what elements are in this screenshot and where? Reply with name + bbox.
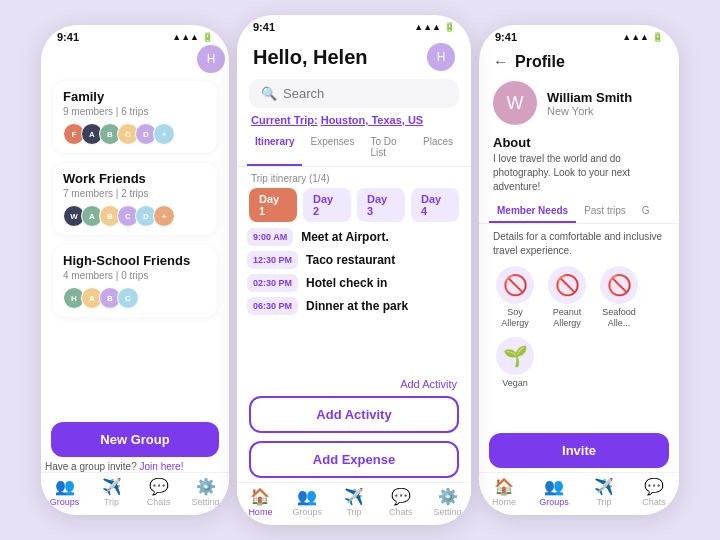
new-group-button[interactable]: New Group: [51, 422, 219, 457]
center-phone: 9:41 ▲▲▲ 🔋 Hello, Helen H 🔍 Current Trip…: [237, 15, 471, 525]
chats-icon: 💬: [149, 479, 169, 495]
nav-label: Trip: [596, 497, 611, 507]
search-bar[interactable]: 🔍: [249, 79, 459, 108]
profile-avatar: W: [493, 81, 537, 125]
groups-icon: 👥: [544, 479, 564, 495]
profile-user-row: W William Smith New York: [479, 75, 679, 131]
profile-header: ← Profile: [479, 45, 679, 75]
chats-icon: 💬: [644, 479, 664, 495]
time-badge: 12:30 PM: [247, 251, 298, 269]
avatar-stack: H A B C: [63, 287, 207, 309]
day-4-pill[interactable]: Day 4: [411, 188, 459, 222]
nav-setting[interactable]: ⚙️ Setting: [188, 479, 224, 507]
activity-1[interactable]: 9:00 AM Meet at Airport.: [247, 228, 461, 246]
profile-info: William Smith New York: [547, 90, 632, 117]
add-expense-button[interactable]: Add Expense: [249, 441, 459, 478]
group-highschool-friends[interactable]: High-School Friends 4 members | 0 trips …: [53, 245, 217, 317]
need-label: Vegan: [502, 378, 528, 389]
needs-grid: 🚫 Soy Allergy 🚫 Peanut Allergy 🚫 Seafood…: [479, 262, 679, 394]
bottom-nav-right: 🏠 Home 👥 Groups ✈️ Trip 💬 Chats: [479, 472, 679, 515]
center-avatar[interactable]: H: [427, 43, 455, 71]
nav-trip[interactable]: ✈️ Trip: [586, 479, 622, 507]
nav-chats[interactable]: 💬 Chats: [141, 479, 177, 507]
avatar: C: [117, 287, 139, 309]
day-1-pill[interactable]: Day 1: [249, 188, 297, 222]
nav-groups[interactable]: 👥 Groups: [47, 479, 83, 507]
nav-home[interactable]: 🏠 Home: [242, 489, 278, 517]
sub-tab-member-needs[interactable]: Member Needs: [489, 200, 576, 223]
nav-chats[interactable]: 💬 Chats: [636, 479, 672, 507]
day-3-pill[interactable]: Day 3: [357, 188, 405, 222]
nav-label: Home: [248, 507, 272, 517]
chats-icon: 💬: [391, 489, 411, 505]
about-title: About: [479, 131, 679, 152]
groups-icon: 👥: [297, 489, 317, 505]
add-activity-link[interactable]: Add Activity: [237, 376, 471, 392]
need-peanut-allergy: 🚫 Peanut Allergy: [545, 266, 589, 329]
activity-name: Meet at Airport.: [301, 230, 389, 244]
nav-label: Chats: [642, 497, 666, 507]
group-meta: 7 members | 2 trips: [63, 188, 207, 199]
time-center: 9:41: [253, 21, 275, 33]
groups-list: Family 9 members | 6 trips F A B C D + W…: [41, 73, 229, 422]
need-soy-allergy: 🚫 Soy Allergy: [493, 266, 537, 329]
nav-trip[interactable]: ✈️ Trip: [94, 479, 130, 507]
group-family[interactable]: Family 9 members | 6 trips F A B C D +: [53, 81, 217, 153]
need-vegan: 🌱 Vegan: [493, 337, 537, 389]
nav-groups[interactable]: 👥 Groups: [289, 489, 325, 517]
nav-groups[interactable]: 👥 Groups: [536, 479, 572, 507]
day-2-pill[interactable]: Day 2: [303, 188, 351, 222]
tab-expenses[interactable]: Expenses: [302, 130, 362, 166]
setting-icon: ⚙️: [196, 479, 216, 495]
tab-todo[interactable]: To Do List: [362, 130, 415, 166]
nav-home[interactable]: 🏠 Home: [486, 479, 522, 507]
nav-label: Groups: [539, 497, 569, 507]
need-label: Peanut Allergy: [545, 307, 589, 329]
nav-label: Chats: [147, 497, 171, 507]
tab-itinerary[interactable]: Itinerary: [247, 130, 302, 166]
search-input[interactable]: [283, 86, 451, 101]
nav-setting[interactable]: ⚙️ Setting: [430, 489, 466, 517]
sub-tab-past-trips[interactable]: Past trips: [576, 200, 634, 223]
avatar-stack: W A B C D +: [63, 205, 207, 227]
activity-3[interactable]: 02:30 PM Hotel check in: [247, 274, 461, 292]
trip-icon: ✈️: [344, 489, 364, 505]
peanut-allergy-icon: 🚫: [548, 266, 586, 304]
greeting: Hello, Helen: [253, 46, 367, 69]
invite-button[interactable]: Invite: [489, 433, 669, 468]
soy-allergy-icon: 🚫: [496, 266, 534, 304]
left-phone: 9:41 ▲▲▲ 🔋 H Family 9 members | 6 trips …: [41, 25, 229, 515]
sub-tabs: Member Needs Past trips G: [479, 200, 679, 224]
activity-name: Dinner at the park: [306, 299, 408, 313]
avatar: +: [153, 123, 175, 145]
profile-name: William Smith: [547, 90, 632, 105]
activity-4[interactable]: 06:30 PM Dinner at the park: [247, 297, 461, 315]
join-link[interactable]: Join here!: [140, 461, 184, 472]
time-left: 9:41: [57, 31, 79, 43]
day-pills: Day 1 Day 2 Day 3 Day 4: [237, 188, 471, 228]
nav-label: Chats: [389, 507, 413, 517]
trip-location: Houston, Texas, US: [321, 114, 423, 126]
group-name: Work Friends: [63, 171, 207, 186]
group-work-friends[interactable]: Work Friends 7 members | 2 trips W A B C…: [53, 163, 217, 235]
need-label: Seafood Alle...: [597, 307, 641, 329]
nav-trip[interactable]: ✈️ Trip: [336, 489, 372, 517]
setting-icon: ⚙️: [438, 489, 458, 505]
itinerary-label: Trip itinerary (1/4): [237, 167, 471, 188]
about-text: I love travel the world and do photograp…: [479, 152, 679, 200]
group-meta: 9 members | 6 trips: [63, 106, 207, 117]
avatar-stack: F A B C D +: [63, 123, 207, 145]
group-name: Family: [63, 89, 207, 104]
status-icons-left: ▲▲▲ 🔋: [172, 32, 213, 42]
sub-tab-g[interactable]: G: [634, 200, 658, 223]
group-name: High-School Friends: [63, 253, 207, 268]
back-button[interactable]: ←: [493, 53, 509, 71]
status-bar-center: 9:41 ▲▲▲ 🔋: [237, 15, 471, 35]
tab-places[interactable]: Places: [415, 130, 461, 166]
nav-chats[interactable]: 💬 Chats: [383, 489, 419, 517]
add-activity-button[interactable]: Add Activity: [249, 396, 459, 433]
activity-2[interactable]: 12:30 PM Taco restaurant: [247, 251, 461, 269]
activity-name: Taco restaurant: [306, 253, 395, 267]
time-badge: 06:30 PM: [247, 297, 298, 315]
right-phone: 9:41 ▲▲▲ 🔋 ← Profile W William Smith New…: [479, 25, 679, 515]
